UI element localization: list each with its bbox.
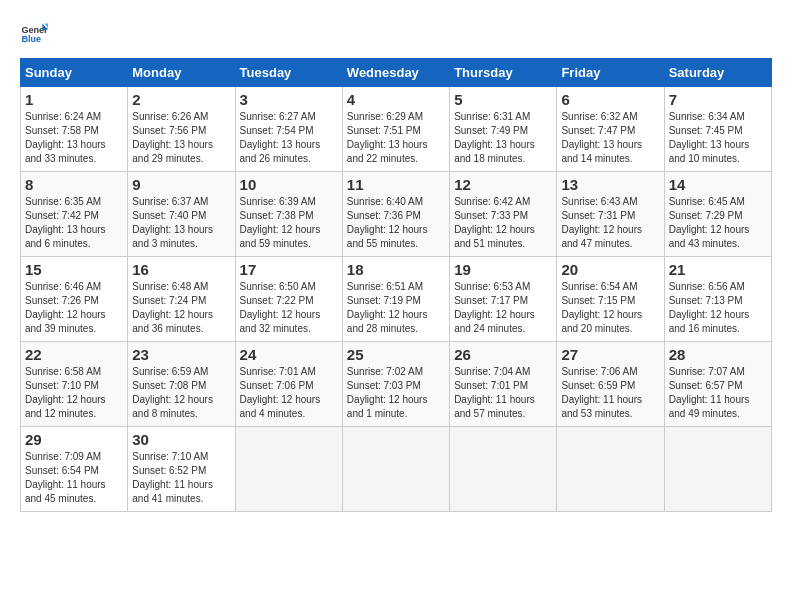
calendar-cell: 29 Sunrise: 7:09 AMSunset: 6:54 PMDaylig… [21,427,128,512]
day-detail: Sunrise: 7:02 AMSunset: 7:03 PMDaylight:… [347,365,445,421]
day-number: 1 [25,91,123,108]
day-detail: Sunrise: 6:51 AMSunset: 7:19 PMDaylight:… [347,280,445,336]
day-detail: Sunrise: 6:31 AMSunset: 7:49 PMDaylight:… [454,110,552,166]
calendar-week-row: 29 Sunrise: 7:09 AMSunset: 6:54 PMDaylig… [21,427,772,512]
day-number: 29 [25,431,123,448]
calendar-cell: 19 Sunrise: 6:53 AMSunset: 7:17 PMDaylig… [450,257,557,342]
calendar-cell [450,427,557,512]
calendar-cell: 23 Sunrise: 6:59 AMSunset: 7:08 PMDaylig… [128,342,235,427]
calendar-week-row: 22 Sunrise: 6:58 AMSunset: 7:10 PMDaylig… [21,342,772,427]
calendar-cell: 11 Sunrise: 6:40 AMSunset: 7:36 PMDaylig… [342,172,449,257]
day-number: 3 [240,91,338,108]
calendar-cell: 30 Sunrise: 7:10 AMSunset: 6:52 PMDaylig… [128,427,235,512]
day-detail: Sunrise: 7:01 AMSunset: 7:06 PMDaylight:… [240,365,338,421]
day-detail: Sunrise: 6:46 AMSunset: 7:26 PMDaylight:… [25,280,123,336]
calendar-cell: 7 Sunrise: 6:34 AMSunset: 7:45 PMDayligh… [664,87,771,172]
day-detail: Sunrise: 7:09 AMSunset: 6:54 PMDaylight:… [25,450,123,506]
calendar-cell: 1 Sunrise: 6:24 AMSunset: 7:58 PMDayligh… [21,87,128,172]
calendar-cell: 13 Sunrise: 6:43 AMSunset: 7:31 PMDaylig… [557,172,664,257]
day-detail: Sunrise: 6:53 AMSunset: 7:17 PMDaylight:… [454,280,552,336]
calendar-cell: 5 Sunrise: 6:31 AMSunset: 7:49 PMDayligh… [450,87,557,172]
day-detail: Sunrise: 6:42 AMSunset: 7:33 PMDaylight:… [454,195,552,251]
calendar-cell: 22 Sunrise: 6:58 AMSunset: 7:10 PMDaylig… [21,342,128,427]
calendar-cell: 2 Sunrise: 6:26 AMSunset: 7:56 PMDayligh… [128,87,235,172]
calendar-cell: 17 Sunrise: 6:50 AMSunset: 7:22 PMDaylig… [235,257,342,342]
day-number: 27 [561,346,659,363]
calendar-cell: 15 Sunrise: 6:46 AMSunset: 7:26 PMDaylig… [21,257,128,342]
day-number: 6 [561,91,659,108]
day-detail: Sunrise: 7:07 AMSunset: 6:57 PMDaylight:… [669,365,767,421]
day-number: 16 [132,261,230,278]
day-detail: Sunrise: 6:58 AMSunset: 7:10 PMDaylight:… [25,365,123,421]
day-detail: Sunrise: 6:43 AMSunset: 7:31 PMDaylight:… [561,195,659,251]
day-number: 19 [454,261,552,278]
day-number: 9 [132,176,230,193]
day-number: 13 [561,176,659,193]
day-number: 28 [669,346,767,363]
calendar-cell: 10 Sunrise: 6:39 AMSunset: 7:38 PMDaylig… [235,172,342,257]
day-number: 23 [132,346,230,363]
day-number: 5 [454,91,552,108]
calendar-cell: 20 Sunrise: 6:54 AMSunset: 7:15 PMDaylig… [557,257,664,342]
day-number: 26 [454,346,552,363]
calendar-cell [664,427,771,512]
day-detail: Sunrise: 6:37 AMSunset: 7:40 PMDaylight:… [132,195,230,251]
day-detail: Sunrise: 6:40 AMSunset: 7:36 PMDaylight:… [347,195,445,251]
calendar-week-row: 8 Sunrise: 6:35 AMSunset: 7:42 PMDayligh… [21,172,772,257]
column-header-tuesday: Tuesday [235,59,342,87]
day-number: 17 [240,261,338,278]
calendar-cell: 8 Sunrise: 6:35 AMSunset: 7:42 PMDayligh… [21,172,128,257]
day-detail: Sunrise: 6:48 AMSunset: 7:24 PMDaylight:… [132,280,230,336]
day-number: 10 [240,176,338,193]
day-detail: Sunrise: 6:32 AMSunset: 7:47 PMDaylight:… [561,110,659,166]
calendar-header-row: SundayMondayTuesdayWednesdayThursdayFrid… [21,59,772,87]
day-detail: Sunrise: 6:45 AMSunset: 7:29 PMDaylight:… [669,195,767,251]
day-detail: Sunrise: 6:39 AMSunset: 7:38 PMDaylight:… [240,195,338,251]
column-header-wednesday: Wednesday [342,59,449,87]
calendar-cell: 4 Sunrise: 6:29 AMSunset: 7:51 PMDayligh… [342,87,449,172]
day-number: 8 [25,176,123,193]
column-header-monday: Monday [128,59,235,87]
day-detail: Sunrise: 6:24 AMSunset: 7:58 PMDaylight:… [25,110,123,166]
day-number: 12 [454,176,552,193]
day-detail: Sunrise: 6:26 AMSunset: 7:56 PMDaylight:… [132,110,230,166]
day-detail: Sunrise: 6:35 AMSunset: 7:42 PMDaylight:… [25,195,123,251]
calendar-cell [342,427,449,512]
calendar-cell: 6 Sunrise: 6:32 AMSunset: 7:47 PMDayligh… [557,87,664,172]
calendar-cell [557,427,664,512]
day-number: 2 [132,91,230,108]
day-number: 7 [669,91,767,108]
svg-text:Blue: Blue [21,34,41,44]
calendar-cell: 14 Sunrise: 6:45 AMSunset: 7:29 PMDaylig… [664,172,771,257]
day-detail: Sunrise: 7:04 AMSunset: 7:01 PMDaylight:… [454,365,552,421]
calendar-cell: 26 Sunrise: 7:04 AMSunset: 7:01 PMDaylig… [450,342,557,427]
day-number: 18 [347,261,445,278]
column-header-friday: Friday [557,59,664,87]
day-number: 15 [25,261,123,278]
day-number: 11 [347,176,445,193]
day-detail: Sunrise: 6:59 AMSunset: 7:08 PMDaylight:… [132,365,230,421]
calendar-cell: 9 Sunrise: 6:37 AMSunset: 7:40 PMDayligh… [128,172,235,257]
day-detail: Sunrise: 6:34 AMSunset: 7:45 PMDaylight:… [669,110,767,166]
logo: General Blue [20,20,48,48]
day-number: 25 [347,346,445,363]
day-detail: Sunrise: 6:54 AMSunset: 7:15 PMDaylight:… [561,280,659,336]
calendar-week-row: 1 Sunrise: 6:24 AMSunset: 7:58 PMDayligh… [21,87,772,172]
calendar-cell: 21 Sunrise: 6:56 AMSunset: 7:13 PMDaylig… [664,257,771,342]
calendar-cell: 3 Sunrise: 6:27 AMSunset: 7:54 PMDayligh… [235,87,342,172]
day-detail: Sunrise: 7:10 AMSunset: 6:52 PMDaylight:… [132,450,230,506]
calendar-cell: 16 Sunrise: 6:48 AMSunset: 7:24 PMDaylig… [128,257,235,342]
calendar-week-row: 15 Sunrise: 6:46 AMSunset: 7:26 PMDaylig… [21,257,772,342]
day-number: 22 [25,346,123,363]
column-header-thursday: Thursday [450,59,557,87]
day-detail: Sunrise: 6:50 AMSunset: 7:22 PMDaylight:… [240,280,338,336]
day-detail: Sunrise: 7:06 AMSunset: 6:59 PMDaylight:… [561,365,659,421]
day-number: 21 [669,261,767,278]
calendar-cell [235,427,342,512]
calendar-cell: 24 Sunrise: 7:01 AMSunset: 7:06 PMDaylig… [235,342,342,427]
calendar-cell: 25 Sunrise: 7:02 AMSunset: 7:03 PMDaylig… [342,342,449,427]
day-number: 4 [347,91,445,108]
day-number: 14 [669,176,767,193]
day-number: 24 [240,346,338,363]
calendar-cell: 28 Sunrise: 7:07 AMSunset: 6:57 PMDaylig… [664,342,771,427]
